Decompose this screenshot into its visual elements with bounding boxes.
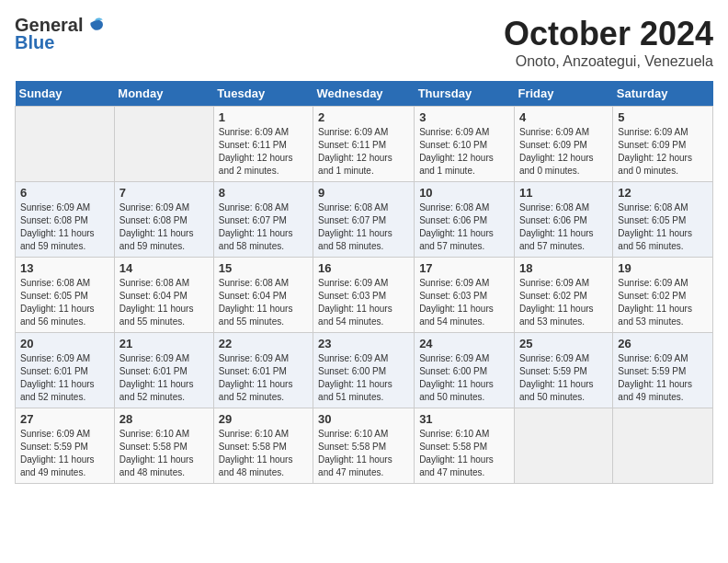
calendar-cell: 31Sunrise: 6:10 AM Sunset: 5:58 PM Dayli… <box>415 408 515 484</box>
logo-bird-icon <box>85 16 105 36</box>
day-number: 3 <box>419 110 509 124</box>
day-info: Sunrise: 6:09 AM Sunset: 6:03 PM Dayligh… <box>419 277 509 328</box>
calendar-cell: 29Sunrise: 6:10 AM Sunset: 5:58 PM Dayli… <box>213 408 313 484</box>
calendar-cell: 19Sunrise: 6:09 AM Sunset: 6:02 PM Dayli… <box>613 258 713 333</box>
calendar-cell <box>16 107 115 182</box>
day-number: 1 <box>219 110 308 124</box>
day-info: Sunrise: 6:10 AM Sunset: 5:58 PM Dayligh… <box>318 428 409 479</box>
calendar-cell <box>114 107 213 182</box>
calendar-cell: 14Sunrise: 6:08 AM Sunset: 6:04 PM Dayli… <box>114 258 213 333</box>
day-number: 19 <box>618 261 708 275</box>
calendar-cell: 17Sunrise: 6:09 AM Sunset: 6:03 PM Dayli… <box>415 258 515 333</box>
calendar-cell: 10Sunrise: 6:08 AM Sunset: 6:06 PM Dayli… <box>415 182 515 258</box>
calendar-cell: 5Sunrise: 6:09 AM Sunset: 6:09 PM Daylig… <box>613 107 713 182</box>
day-info: Sunrise: 6:08 AM Sunset: 6:04 PM Dayligh… <box>119 277 209 328</box>
day-info: Sunrise: 6:08 AM Sunset: 6:07 PM Dayligh… <box>318 201 409 253</box>
calendar-cell: 22Sunrise: 6:09 AM Sunset: 6:01 PM Dayli… <box>213 333 313 408</box>
calendar-cell: 8Sunrise: 6:08 AM Sunset: 6:07 PM Daylig… <box>213 182 313 258</box>
day-number: 13 <box>20 261 109 275</box>
day-number: 28 <box>119 412 209 426</box>
calendar-cell: 23Sunrise: 6:09 AM Sunset: 6:00 PM Dayli… <box>313 333 415 408</box>
day-number: 11 <box>519 186 608 200</box>
day-number: 30 <box>318 412 409 426</box>
logo-blue: Blue <box>15 32 54 53</box>
day-info: Sunrise: 6:09 AM Sunset: 5:59 PM Dayligh… <box>519 352 608 404</box>
calendar-cell: 24Sunrise: 6:09 AM Sunset: 6:00 PM Dayli… <box>415 333 515 408</box>
day-info: Sunrise: 6:10 AM Sunset: 5:58 PM Dayligh… <box>419 428 509 479</box>
calendar-week-row: 27Sunrise: 6:09 AM Sunset: 5:59 PM Dayli… <box>16 408 713 484</box>
calendar-cell: 13Sunrise: 6:08 AM Sunset: 6:05 PM Dayli… <box>16 258 115 333</box>
day-info: Sunrise: 6:08 AM Sunset: 6:06 PM Dayligh… <box>519 201 608 253</box>
day-info: Sunrise: 6:09 AM Sunset: 6:00 PM Dayligh… <box>419 352 509 404</box>
calendar-cell: 6Sunrise: 6:09 AM Sunset: 6:08 PM Daylig… <box>16 182 115 258</box>
calendar-cell <box>613 408 713 484</box>
calendar-cell: 27Sunrise: 6:09 AM Sunset: 5:59 PM Dayli… <box>16 408 115 484</box>
day-number: 20 <box>20 337 109 350</box>
day-number: 9 <box>318 186 409 200</box>
day-info: Sunrise: 6:10 AM Sunset: 5:58 PM Dayligh… <box>219 428 308 479</box>
day-number: 12 <box>618 186 708 200</box>
day-info: Sunrise: 6:09 AM Sunset: 6:11 PM Dayligh… <box>219 126 308 178</box>
calendar-cell: 20Sunrise: 6:09 AM Sunset: 6:01 PM Dayli… <box>16 333 115 408</box>
calendar-cell: 30Sunrise: 6:10 AM Sunset: 5:58 PM Dayli… <box>313 408 415 484</box>
day-info: Sunrise: 6:08 AM Sunset: 6:04 PM Dayligh… <box>219 277 308 328</box>
calendar-week-row: 13Sunrise: 6:08 AM Sunset: 6:05 PM Dayli… <box>16 258 713 333</box>
location-subtitle: Onoto, Anzoategui, Venezuela <box>504 53 713 70</box>
weekday-header: Wednesday <box>313 81 415 107</box>
day-number: 15 <box>219 261 308 275</box>
day-info: Sunrise: 6:10 AM Sunset: 5:58 PM Dayligh… <box>119 428 209 479</box>
day-number: 24 <box>419 337 509 350</box>
day-info: Sunrise: 6:09 AM Sunset: 6:00 PM Dayligh… <box>318 352 409 404</box>
day-info: Sunrise: 6:09 AM Sunset: 6:10 PM Dayligh… <box>419 126 509 178</box>
calendar-cell: 28Sunrise: 6:10 AM Sunset: 5:58 PM Dayli… <box>114 408 213 484</box>
day-info: Sunrise: 6:09 AM Sunset: 6:01 PM Dayligh… <box>20 352 109 404</box>
calendar-week-row: 1Sunrise: 6:09 AM Sunset: 6:11 PM Daylig… <box>16 107 713 182</box>
header-row: SundayMondayTuesdayWednesdayThursdayFrid… <box>16 81 713 107</box>
day-number: 10 <box>419 186 509 200</box>
day-info: Sunrise: 6:09 AM Sunset: 6:09 PM Dayligh… <box>618 126 708 178</box>
calendar-cell <box>514 408 612 484</box>
calendar-cell: 15Sunrise: 6:08 AM Sunset: 6:04 PM Dayli… <box>213 258 313 333</box>
day-info: Sunrise: 6:09 AM Sunset: 6:02 PM Dayligh… <box>618 277 708 328</box>
day-number: 16 <box>318 261 409 275</box>
month-title: October 2024 <box>504 15 713 53</box>
day-number: 6 <box>20 186 109 200</box>
weekday-header: Friday <box>514 81 612 107</box>
calendar-cell: 1Sunrise: 6:09 AM Sunset: 6:11 PM Daylig… <box>213 107 313 182</box>
day-number: 23 <box>318 337 409 350</box>
day-info: Sunrise: 6:08 AM Sunset: 6:05 PM Dayligh… <box>618 201 708 253</box>
day-number: 21 <box>119 337 209 350</box>
day-info: Sunrise: 6:09 AM Sunset: 6:02 PM Dayligh… <box>519 277 608 328</box>
calendar-cell: 2Sunrise: 6:09 AM Sunset: 6:11 PM Daylig… <box>313 107 415 182</box>
day-number: 8 <box>219 186 308 200</box>
calendar-week-row: 6Sunrise: 6:09 AM Sunset: 6:08 PM Daylig… <box>16 182 713 258</box>
calendar-cell: 12Sunrise: 6:08 AM Sunset: 6:05 PM Dayli… <box>613 182 713 258</box>
calendar-cell: 21Sunrise: 6:09 AM Sunset: 6:01 PM Dayli… <box>114 333 213 408</box>
day-number: 29 <box>219 412 308 426</box>
day-info: Sunrise: 6:09 AM Sunset: 6:08 PM Dayligh… <box>20 201 109 253</box>
day-info: Sunrise: 6:09 AM Sunset: 6:09 PM Dayligh… <box>519 126 608 178</box>
weekday-header: Sunday <box>16 81 115 107</box>
calendar-table: SundayMondayTuesdayWednesdayThursdayFrid… <box>15 81 713 484</box>
header: General Blue October 2024 Onoto, Anzoate… <box>15 15 713 70</box>
day-number: 22 <box>219 337 308 350</box>
day-number: 5 <box>618 110 708 124</box>
calendar-week-row: 20Sunrise: 6:09 AM Sunset: 6:01 PM Dayli… <box>16 333 713 408</box>
day-number: 31 <box>419 412 509 426</box>
day-number: 7 <box>119 186 209 200</box>
day-info: Sunrise: 6:09 AM Sunset: 6:01 PM Dayligh… <box>119 352 209 404</box>
calendar-cell: 9Sunrise: 6:08 AM Sunset: 6:07 PM Daylig… <box>313 182 415 258</box>
day-number: 14 <box>119 261 209 275</box>
calendar-cell: 7Sunrise: 6:09 AM Sunset: 6:08 PM Daylig… <box>114 182 213 258</box>
calendar-cell: 18Sunrise: 6:09 AM Sunset: 6:02 PM Dayli… <box>514 258 612 333</box>
day-info: Sunrise: 6:08 AM Sunset: 6:07 PM Dayligh… <box>219 201 308 253</box>
weekday-header: Tuesday <box>213 81 313 107</box>
weekday-header: Monday <box>114 81 213 107</box>
day-info: Sunrise: 6:08 AM Sunset: 6:06 PM Dayligh… <box>419 201 509 253</box>
calendar-cell: 3Sunrise: 6:09 AM Sunset: 6:10 PM Daylig… <box>415 107 515 182</box>
day-number: 4 <box>519 110 608 124</box>
calendar-cell: 26Sunrise: 6:09 AM Sunset: 5:59 PM Dayli… <box>613 333 713 408</box>
day-info: Sunrise: 6:09 AM Sunset: 6:08 PM Dayligh… <box>119 201 209 253</box>
day-info: Sunrise: 6:09 AM Sunset: 6:11 PM Dayligh… <box>318 126 409 178</box>
logo: General Blue <box>15 15 105 53</box>
